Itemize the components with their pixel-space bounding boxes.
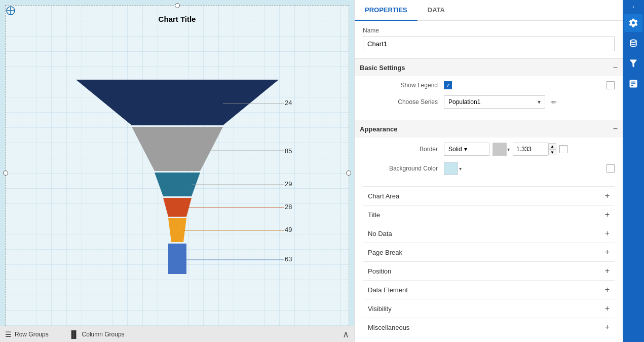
border-width-control: ▲ ▼: [513, 143, 556, 156]
column-groups-icon: ▐▌: [69, 330, 79, 338]
show-legend-checkbox[interactable]: ✓: [444, 81, 452, 89]
chart-icon: [628, 79, 638, 89]
miscellaneous-section[interactable]: Miscellaneous +: [363, 318, 615, 336]
sidebar: ›: [623, 0, 644, 342]
choose-series-value: Population1: [448, 98, 480, 106]
sidebar-settings-btn[interactable]: [624, 14, 642, 32]
title-label: Title: [368, 211, 380, 219]
border-width-spinner: ▲ ▼: [548, 143, 556, 155]
chart-area-plus: +: [605, 191, 610, 200]
border-color-chevron[interactable]: ▾: [507, 147, 510, 152]
bg-color-row: Background Color ▾: [363, 162, 615, 175]
database-icon: [628, 38, 638, 48]
appearance-label: Appearance: [360, 125, 397, 133]
name-input[interactable]: [363, 37, 615, 51]
tab-properties[interactable]: PROPERTIES: [355, 0, 418, 21]
bg-color-swatch[interactable]: [444, 162, 458, 175]
miscellaneous-plus: +: [605, 323, 610, 332]
show-legend-control: ✓: [444, 81, 615, 89]
filter-icon: [628, 58, 638, 69]
svg-marker-4: [132, 127, 223, 171]
border-color-control: ▾: [493, 143, 510, 156]
svg-rect-8: [168, 244, 186, 274]
svg-marker-7: [168, 218, 186, 242]
border-width-input[interactable]: [513, 143, 548, 156]
border-row: Border Solid ▾ ▾ ▲: [363, 143, 615, 156]
border-extra-checkbox[interactable]: [559, 145, 567, 153]
sidebar-expand[interactable]: ›: [632, 4, 634, 10]
title-plus: +: [605, 210, 610, 219]
svg-marker-5: [155, 173, 200, 196]
data-element-section[interactable]: Data Element +: [363, 280, 615, 299]
sidebar-chart-btn[interactable]: [624, 75, 642, 93]
border-control: Solid ▾ ▾ ▲ ▼: [444, 143, 615, 156]
no-data-label: No Data: [368, 230, 392, 237]
border-style-value: Solid: [448, 146, 462, 153]
column-groups: ▐▌ Column Groups: [69, 330, 125, 338]
value-label-5: 49: [285, 226, 292, 233]
show-legend-extra-checkbox[interactable]: [607, 81, 615, 89]
bg-color-chevron[interactable]: ▾: [459, 166, 462, 172]
bg-color-control: ▾: [444, 162, 615, 175]
no-data-section[interactable]: No Data +: [363, 224, 615, 243]
page-break-plus: +: [605, 248, 610, 257]
appearance-body: Border Solid ▾ ▾ ▲: [363, 138, 615, 186]
name-field-group: Name: [363, 27, 615, 51]
visibility-section[interactable]: Visibility +: [363, 299, 615, 318]
top-middle-handle[interactable]: [175, 3, 180, 8]
choose-series-select[interactable]: Population1 ▾: [444, 95, 545, 109]
appearance-section[interactable]: Appearance −: [355, 120, 623, 138]
chart-area-section[interactable]: Chart Area +: [363, 186, 615, 205]
basic-settings-body: Show Legend ✓ Choose Series Population1 …: [363, 76, 615, 120]
spinner-down[interactable]: ▼: [548, 149, 556, 155]
basic-settings-section[interactable]: Basic Settings −: [355, 58, 623, 76]
show-legend-row: Show Legend ✓: [363, 81, 615, 89]
basic-settings-collapse-icon: −: [613, 63, 618, 72]
border-label: Border: [363, 146, 444, 153]
value-label-1: 24: [285, 99, 292, 107]
choose-series-row: Choose Series Population1 ▾ ✏: [363, 95, 615, 109]
row-groups-icon: ☰: [5, 330, 12, 338]
bg-color-checkbox[interactable]: [607, 164, 615, 173]
visibility-plus: +: [605, 304, 610, 313]
middle-left-handle[interactable]: [3, 170, 8, 176]
panel-tabs: PROPERTIES DATA: [355, 0, 623, 21]
basic-settings-label: Basic Settings: [360, 64, 405, 72]
chart-area-label: Chart Area: [368, 192, 399, 200]
position-label: Position: [368, 267, 391, 275]
collapse-icon[interactable]: ∧: [343, 329, 349, 340]
show-legend-label: Show Legend: [363, 82, 444, 89]
no-data-plus: +: [605, 229, 610, 238]
position-plus: +: [605, 266, 610, 276]
sidebar-filter-btn[interactable]: [624, 54, 642, 73]
svg-marker-3: [76, 80, 279, 125]
row-groups-label: Row Groups: [15, 331, 49, 338]
value-label-6: 63: [285, 255, 292, 263]
bg-color-label: Background Color: [363, 165, 444, 172]
choose-series-label: Choose Series: [363, 98, 444, 106]
sidebar-database-btn[interactable]: [624, 34, 642, 52]
chart-title: Chart Title: [159, 15, 196, 23]
choose-series-edit-icon[interactable]: ✏: [551, 98, 557, 106]
value-label-3: 29: [285, 180, 292, 188]
crosshair-icon: [6, 6, 16, 16]
data-element-plus: +: [605, 285, 610, 294]
tab-data[interactable]: DATA: [418, 0, 455, 20]
svg-marker-6: [163, 198, 192, 217]
title-section[interactable]: Title +: [363, 205, 615, 224]
page-break-section[interactable]: Page Break +: [363, 243, 615, 261]
data-element-label: Data Element: [368, 286, 408, 294]
spinner-up[interactable]: ▲: [548, 143, 556, 149]
position-section[interactable]: Position +: [363, 261, 615, 280]
appearance-collapse-icon: −: [613, 124, 618, 133]
name-label: Name: [363, 27, 615, 34]
page-break-label: Page Break: [368, 249, 402, 256]
column-groups-label: Column Groups: [82, 331, 125, 338]
border-style-select[interactable]: Solid ▾: [444, 143, 489, 156]
collapsible-sections: Chart Area + Title + No Data + Page Brea…: [363, 186, 615, 336]
middle-right-handle[interactable]: [346, 170, 351, 176]
funnel-chart: 24 85 29 28 49 63: [51, 59, 304, 293]
border-color-swatch[interactable]: [493, 143, 507, 156]
move-handle[interactable]: [5, 5, 17, 17]
choose-series-control: Population1 ▾ ✏: [444, 95, 615, 109]
